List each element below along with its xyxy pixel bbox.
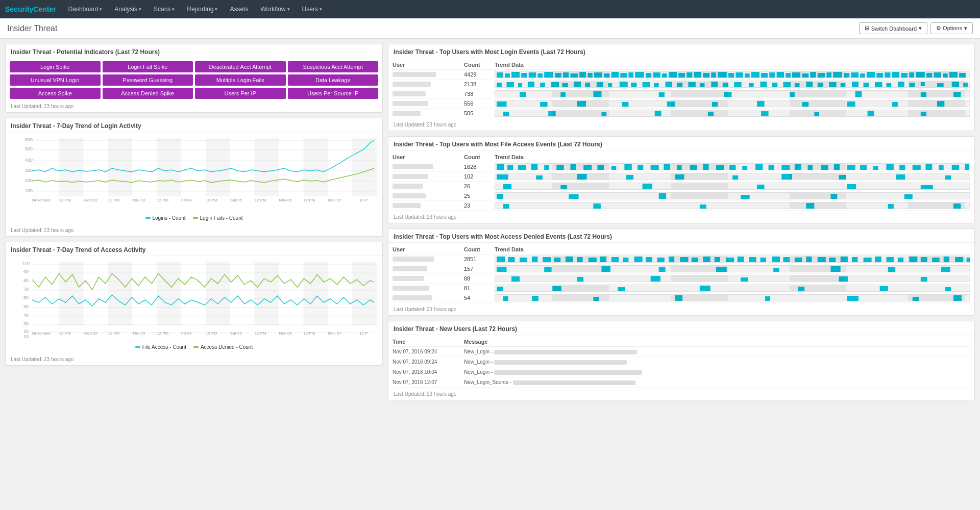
user-label: [393, 266, 427, 271]
svg-rect-218: [729, 165, 736, 170]
svg-text:12 PM: 12 PM: [59, 198, 71, 202]
legend-file-access: File Access - Count: [135, 344, 186, 350]
svg-rect-269: [543, 257, 551, 263]
indicator-multi-login[interactable]: Multiple Login Fails: [195, 74, 286, 86]
access-trend-title: Insider Threat - 7-Day Trend of Access A…: [6, 242, 382, 256]
svg-rect-143: [643, 82, 650, 88]
svg-rect-118: [867, 72, 875, 78]
list-item: Nov 07, 2016 09:24 New_Login -: [393, 357, 970, 367]
svg-rect-287: [749, 257, 756, 263]
svg-rect-278: [646, 257, 652, 263]
svg-text:Fri 04: Fri 04: [181, 198, 192, 202]
top-login-table: User Count Trend Data 4429: [388, 58, 974, 120]
svg-text:50: 50: [23, 304, 29, 309]
svg-rect-196: [761, 111, 768, 117]
table-row: 81: [393, 284, 970, 293]
nav-workflow[interactable]: Workflow ▾: [255, 4, 295, 15]
svg-text:12 PM: 12 PM: [206, 331, 217, 336]
nav-users[interactable]: Users ▾: [297, 4, 327, 15]
indicator-users-per-src[interactable]: Users Per Source IP: [288, 88, 379, 99]
indicators-last-updated: Last Updated: 23 hours ago: [6, 102, 382, 112]
nav-dashboard[interactable]: Dashboard ▾: [63, 4, 108, 15]
svg-rect-322: [497, 287, 503, 292]
svg-text:12 PM: 12 PM: [108, 198, 119, 202]
indicator-vpn[interactable]: Unusual VPN Login: [10, 74, 101, 86]
legend-denied-dot: [193, 346, 199, 348]
chevron-down-icon: ▾: [139, 7, 141, 12]
svg-rect-256: [741, 195, 750, 199]
table-row: 26: [393, 182, 970, 191]
svg-rect-181: [540, 102, 547, 107]
user-label: [393, 276, 424, 281]
indicator-access-spike[interactable]: Access Spike: [10, 88, 101, 99]
chevron-down-icon: ▾: [919, 25, 922, 32]
svg-rect-330: [532, 296, 538, 301]
top-file-last-updated: Last Updated: 23 hours ago: [388, 213, 974, 223]
svg-rect-90: [635, 72, 644, 78]
svg-rect-261: [700, 205, 706, 209]
svg-rect-17: [303, 138, 328, 196]
svg-rect-249: [643, 184, 652, 190]
svg-rect-258: [904, 194, 913, 199]
svg-rect-58: [352, 262, 377, 325]
nav-analysis[interactable]: Analysis ▾: [109, 4, 146, 15]
header-actions: ⊞ Switch Dashboard ▾ ⚙ Options ▾: [859, 22, 973, 34]
svg-rect-277: [634, 257, 643, 263]
svg-rect-54: [157, 262, 181, 325]
brand[interactable]: SecurityCenter: [5, 5, 56, 13]
table-row: 2851: [393, 254, 970, 264]
indicator-access-denied[interactable]: Access Denied Spike: [103, 88, 193, 99]
indicator-password[interactable]: Password Guessing: [103, 74, 193, 86]
chevron-down-icon: ▾: [964, 25, 967, 32]
svg-rect-132: [518, 83, 522, 87]
svg-rect-121: [892, 72, 899, 78]
svg-text:60: 60: [23, 295, 29, 300]
svg-rect-279: [657, 258, 664, 263]
svg-rect-130: [497, 83, 502, 87]
table-row: 1628: [393, 162, 970, 172]
nav-assets[interactable]: Assets: [225, 4, 253, 15]
svg-rect-247: [503, 184, 511, 190]
svg-rect-268: [532, 257, 537, 263]
svg-rect-101: [728, 73, 734, 78]
options-button[interactable]: ⚙ Options ▾: [930, 22, 973, 34]
svg-rect-300: [898, 258, 903, 263]
legend-logins-dot: [145, 217, 151, 219]
svg-rect-324: [618, 287, 625, 292]
indicator-login-fail-spike[interactable]: Login Fail Spike: [103, 61, 193, 72]
table-row: 54: [393, 293, 970, 303]
svg-rect-210: [624, 164, 631, 170]
indicator-deactivated[interactable]: Deactivated Acct Attempt: [195, 61, 286, 72]
indicator-data-leakage[interactable]: Data Leakage: [288, 74, 379, 86]
right-column: Insider Threat - Top Users with Most Log…: [388, 44, 975, 400]
svg-text:12 PM: 12 PM: [157, 198, 168, 202]
svg-rect-93: [662, 73, 667, 78]
svg-rect-152: [749, 83, 754, 88]
switch-dashboard-button[interactable]: ⊞ Switch Dashboard ▾: [859, 22, 927, 34]
svg-rect-333: [765, 296, 770, 301]
nav-scans[interactable]: Scans ▾: [149, 4, 180, 15]
list-item: Nov 07, 2016 09:24 New_Login -: [393, 347, 970, 357]
top-file-card: Insider Threat - Top Users with Most Fil…: [388, 136, 975, 223]
indicator-suspicious[interactable]: Suspicious Acct Attempt: [288, 61, 379, 72]
svg-rect-183: [622, 102, 629, 107]
user-label: [393, 101, 428, 106]
chevron-down-icon: ▾: [215, 7, 217, 12]
svg-rect-52: [59, 262, 84, 325]
svg-rect-186: [757, 101, 764, 107]
table-row: 23: [393, 201, 970, 211]
svg-rect-88: [620, 73, 627, 78]
svg-rect-232: [913, 165, 921, 170]
svg-rect-321: [921, 277, 927, 282]
top-login-card: Insider Threat - Top Users with Most Log…: [388, 44, 975, 131]
svg-rect-275: [611, 257, 619, 263]
nav-reporting[interactable]: Reporting ▾: [182, 4, 223, 15]
svg-text:90: 90: [23, 269, 29, 274]
indicator-login-spike[interactable]: Login Spike: [10, 61, 101, 72]
svg-rect-120: [885, 72, 890, 78]
indicator-users-per-ip[interactable]: Users Per IP: [195, 88, 286, 99]
trend-bar-container: [495, 202, 970, 209]
svg-text:12 P: 12 P: [359, 331, 368, 336]
top-denied-header: User Count Trend Data: [393, 245, 970, 254]
trend-bar-container: [495, 192, 970, 199]
